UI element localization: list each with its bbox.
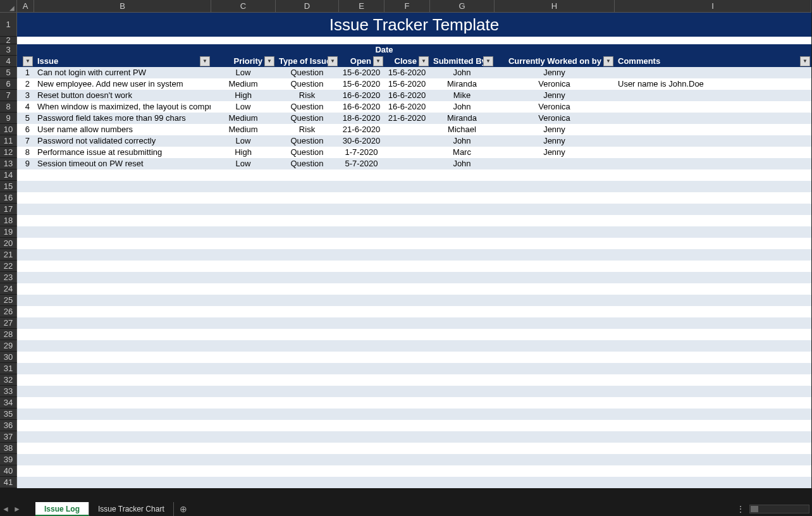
header-id[interactable] — [17, 56, 34, 67]
row-header-38[interactable]: 38 — [0, 443, 17, 454]
row-header-9[interactable]: 9 — [0, 113, 17, 124]
row-header-22[interactable]: 22 — [0, 261, 17, 272]
row-header-12[interactable]: 12 — [0, 147, 17, 158]
cell-comments[interactable] — [615, 158, 811, 169]
empty-row[interactable] — [17, 454, 811, 465]
row-header-32[interactable]: 32 — [0, 374, 17, 386]
cell-submitted[interactable]: John — [430, 101, 495, 113]
cell-id[interactable]: 6 — [17, 124, 34, 135]
cell-comments[interactable] — [615, 101, 811, 113]
cell-open[interactable]: 16-6-2020 — [339, 90, 384, 101]
cell-worked[interactable] — [495, 158, 615, 169]
tab-issue-log[interactable]: Issue Log — [35, 502, 89, 516]
row-header-33[interactable]: 33 — [0, 386, 17, 397]
col-header-E[interactable]: E — [339, 0, 384, 13]
cell-submitted[interactable]: Marc — [430, 147, 495, 158]
cell-comments[interactable] — [615, 124, 811, 135]
row-header-40[interactable]: 40 — [0, 465, 17, 477]
row-header-13[interactable]: 13 — [0, 158, 17, 169]
empty-row[interactable] — [17, 352, 811, 363]
row-header-31[interactable]: 31 — [0, 363, 17, 374]
cell-open[interactable]: 5-7-2020 — [339, 158, 384, 169]
select-all-triangle[interactable] — [0, 0, 17, 13]
col-header-I[interactable]: I — [615, 0, 811, 13]
empty-row[interactable] — [17, 215, 811, 226]
empty-row[interactable] — [17, 363, 811, 374]
cell-close[interactable]: 16-6-2020 — [384, 101, 430, 113]
empty-row[interactable] — [17, 238, 811, 249]
table-row[interactable]: 4When window is maximized, the layout is… — [17, 101, 811, 113]
cell-close[interactable]: 15-6-2020 — [384, 67, 430, 78]
cell-id[interactable]: 4 — [17, 101, 34, 113]
header-worked-filter-icon[interactable] — [603, 56, 613, 66]
cell-comments[interactable] — [615, 135, 811, 147]
cell-type[interactable]: Question — [276, 113, 339, 124]
header-submitted[interactable]: Submitted By — [430, 56, 495, 67]
cell-issue[interactable]: Password field takes more than 99 chars — [34, 113, 211, 124]
cell-issue[interactable]: Session timeout on PW reset — [34, 158, 211, 169]
cell-close[interactable]: 21-6-2020 — [384, 113, 430, 124]
empty-row[interactable] — [17, 272, 811, 283]
col-header-D[interactable]: D — [276, 0, 339, 13]
cell-issue[interactable]: When window is maximized, the layout is … — [34, 101, 211, 113]
row-header-18[interactable]: 18 — [0, 215, 17, 226]
table-row[interactable]: 5Password field takes more than 99 chars… — [17, 113, 811, 124]
col-header-G[interactable]: G — [430, 0, 495, 13]
row-header-8[interactable]: 8 — [0, 101, 17, 113]
row-header-17[interactable]: 17 — [0, 204, 17, 215]
empty-row[interactable] — [17, 283, 811, 295]
empty-row[interactable] — [17, 249, 811, 261]
cell-issue[interactable]: Performance issue at resubmitting — [34, 147, 211, 158]
empty-row[interactable] — [17, 329, 811, 340]
header-issue-filter-icon[interactable] — [200, 56, 210, 66]
cell-worked[interactable]: Jenny — [495, 67, 615, 78]
cell-type[interactable]: Question — [276, 147, 339, 158]
table-row[interactable]: 8Performance issue at resubmittingHighQu… — [17, 147, 811, 158]
empty-row[interactable] — [17, 226, 811, 238]
cell-close[interactable] — [384, 124, 430, 135]
cell-priority[interactable]: Low — [211, 67, 276, 78]
cell-type[interactable]: Question — [276, 158, 339, 169]
cell-comments[interactable] — [615, 67, 811, 78]
table-row[interactable]: 7Password not validated correctlyLowQues… — [17, 135, 811, 147]
empty-row[interactable] — [17, 181, 811, 192]
row-header-29[interactable]: 29 — [0, 340, 17, 352]
row-header-36[interactable]: 36 — [0, 420, 17, 431]
cell-open[interactable]: 15-6-2020 — [339, 78, 384, 90]
row-header-11[interactable]: 11 — [0, 135, 17, 147]
empty-row[interactable] — [17, 477, 811, 488]
row-header-25[interactable]: 25 — [0, 295, 17, 306]
empty-row[interactable] — [17, 306, 811, 317]
add-sheet-icon[interactable]: ⊕ — [174, 504, 193, 514]
cell-open[interactable]: 30-6-2020 — [339, 135, 384, 147]
empty-row[interactable] — [17, 295, 811, 306]
cell-issue[interactable]: Reset button doesn't work — [34, 90, 211, 101]
cell-type[interactable]: Risk — [276, 90, 339, 101]
row-header-10[interactable]: 10 — [0, 124, 17, 135]
cell-type[interactable]: Question — [276, 135, 339, 147]
col-header-C[interactable]: C — [211, 0, 276, 13]
row-header-28[interactable]: 28 — [0, 329, 17, 340]
row-header-27[interactable]: 27 — [0, 317, 17, 329]
header-close[interactable]: Close — [384, 56, 430, 67]
empty-row[interactable] — [17, 465, 811, 477]
cell-issue[interactable]: Password not validated correctly — [34, 135, 211, 147]
horizontal-scrollbar[interactable] — [749, 505, 809, 513]
cell-id[interactable]: 1 — [17, 67, 34, 78]
cell-issue[interactable]: User name allow numbers — [34, 124, 211, 135]
header-submitted-filter-icon[interactable] — [483, 56, 493, 66]
cell-type[interactable]: Risk — [276, 124, 339, 135]
empty-row[interactable] — [17, 261, 811, 272]
cell-submitted[interactable]: Miranda — [430, 78, 495, 90]
header-id-filter-icon[interactable] — [23, 56, 33, 66]
row-header-26[interactable]: 26 — [0, 306, 17, 317]
header-priority-filter-icon[interactable] — [264, 56, 274, 66]
empty-row[interactable] — [17, 340, 811, 352]
header-open[interactable]: Open — [339, 56, 384, 67]
table-row[interactable]: 2New employee. Add new user in systemMed… — [17, 78, 811, 90]
header-worked[interactable]: Currently Worked on by — [495, 56, 615, 67]
cell-type[interactable]: Question — [276, 67, 339, 78]
empty-row[interactable] — [17, 420, 811, 431]
row-header-14[interactable]: 14 — [0, 169, 17, 181]
table-row[interactable]: 9Session timeout on PW resetLowQuestion5… — [17, 158, 811, 169]
